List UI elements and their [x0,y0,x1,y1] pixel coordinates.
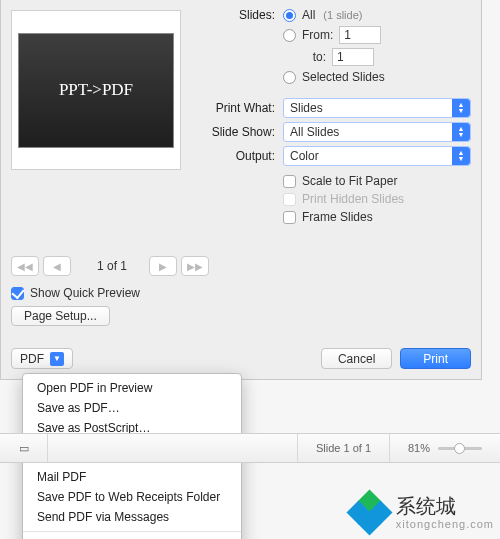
output-select[interactable]: Color ▲▼ [283,146,471,166]
menu-open-pdf-preview[interactable]: Open PDF in Preview [23,378,241,398]
checkbox-frame[interactable] [283,211,296,224]
slide-show-label: Slide Show: [197,125,283,139]
checkbox-scale-label: Scale to Fit Paper [302,174,397,188]
checkbox-scale[interactable] [283,175,296,188]
pager-text: 1 of 1 [97,259,127,273]
menu-separator [23,531,241,532]
preview-frame: PPT->PDF [11,10,181,170]
pdf-dropdown-button[interactable]: PDF ▼ [11,348,73,369]
menu-save-as-pdf[interactable]: Save as PDF… [23,398,241,418]
print-button[interactable]: Print [400,348,471,369]
pager-prev-button[interactable]: ◀ [43,256,71,276]
slide-show-select[interactable]: All Slides ▲▼ [283,122,471,142]
chevron-updown-icon: ▲▼ [452,147,470,165]
from-label: From: [302,28,333,42]
slides-label: Slides: [197,8,283,22]
print-what-label: Print What: [197,101,283,115]
radio-all[interactable] [283,9,296,22]
radio-selected-label: Selected Slides [302,70,385,84]
checkbox-hidden-label: Print Hidden Slides [302,192,404,206]
menu-send-messages[interactable]: Send PDF via Messages [23,507,241,527]
watermark-logo-icon [350,493,390,533]
checkbox-frame-label: Frame Slides [302,210,373,224]
zoom-slider[interactable] [438,447,482,450]
to-label: to: [302,50,326,64]
status-slide-indicator: Slide 1 of 1 [298,434,390,462]
from-input[interactable]: 1 [339,26,381,44]
pager-first-button[interactable]: ◀◀ [11,256,39,276]
radio-selected[interactable] [283,71,296,84]
watermark-title: 系统城 [396,496,494,516]
print-dialog: PPT->PDF Slides: All (1 slide) From: 1 t… [0,0,482,380]
chevron-updown-icon: ▲▼ [452,123,470,141]
checkbox-hidden [283,193,296,206]
radio-from[interactable] [283,29,296,42]
quick-preview-label: Show Quick Preview [30,286,140,300]
output-label: Output: [197,149,283,163]
status-zoom[interactable]: 81% [390,434,500,462]
slide-thumbnail-text: PPT->PDF [59,80,133,100]
cancel-button[interactable]: Cancel [321,348,392,369]
watermark: 系统城 xitongcheng.com [350,493,494,533]
pager-next-button[interactable]: ▶ [149,256,177,276]
slide-count-hint: (1 slide) [323,9,362,21]
pager-last-button[interactable]: ▶▶ [181,256,209,276]
to-input[interactable]: 1 [332,48,374,66]
page-setup-button[interactable]: Page Setup... [11,306,110,326]
radio-all-label: All [302,8,315,22]
chevron-down-icon: ▼ [50,352,64,366]
checkbox-quick-preview[interactable] [11,287,24,300]
menu-mail-pdf[interactable]: Mail PDF [23,467,241,487]
watermark-sub: xitongcheng.com [396,518,494,530]
print-what-select[interactable]: Slides ▲▼ [283,98,471,118]
menu-web-receipts[interactable]: Save PDF to Web Receipts Folder [23,487,241,507]
chevron-updown-icon: ▲▼ [452,99,470,117]
status-views-button[interactable]: ▭ [0,434,48,462]
app-status-bar: ▭ Slide 1 of 1 81% [0,433,500,463]
slide-thumbnail: PPT->PDF [18,33,174,148]
